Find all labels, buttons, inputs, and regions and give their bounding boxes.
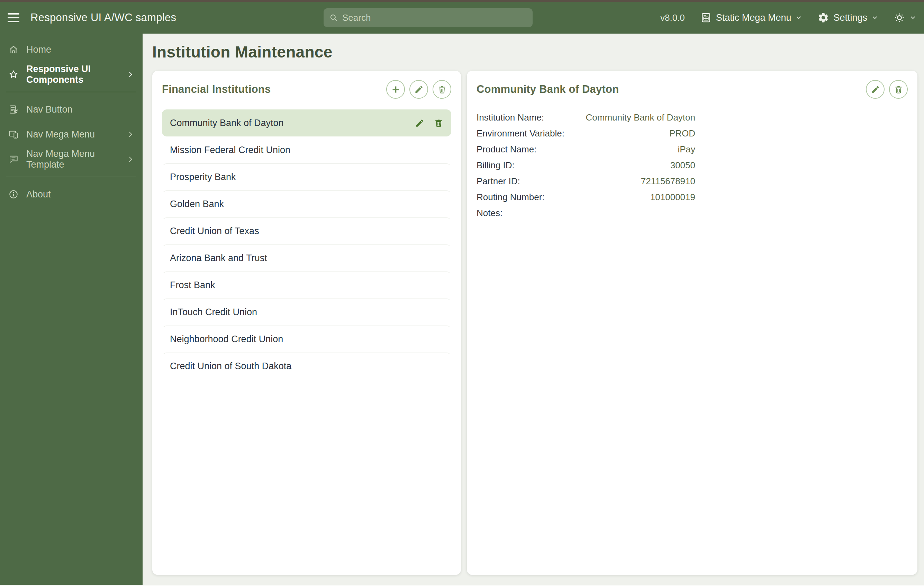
list-item[interactable]: Credit Union of Texas (162, 217, 451, 245)
institution-name: Golden Bank (170, 199, 224, 210)
delete-institution-button[interactable] (432, 80, 451, 99)
financial-institutions-card: Financial Institutions (152, 71, 461, 575)
add-institution-button[interactable] (386, 80, 405, 99)
field-row: Notes: (477, 205, 695, 221)
sidebar-item-label: Responsive UI Components (26, 64, 119, 85)
version-label: v8.0.0 (660, 12, 685, 23)
sidebar-item-label: Nav Button (26, 104, 73, 115)
theme-toggle-button[interactable] (894, 12, 916, 23)
list-item[interactable]: Prosperity Bank (162, 164, 451, 190)
sidebar-menu: Home (0, 37, 143, 207)
header-actions: v8.0.0 Static Mega Menu Settings (660, 12, 916, 23)
field-value: 72115678910 (641, 176, 695, 187)
sidebar-item[interactable]: Nav Mega Menu (0, 122, 143, 147)
search-input[interactable] (342, 12, 527, 23)
sidebar-item-label: Home (26, 44, 51, 55)
field-label: Product Name: (477, 144, 536, 155)
nav-mega-menu-template-icon (8, 154, 19, 164)
sidebar-item[interactable]: Home (0, 37, 143, 62)
chevron-right-icon (127, 156, 134, 163)
row-delete-button[interactable] (434, 118, 443, 128)
star-icon (8, 69, 19, 79)
sidebar-item[interactable]: Nav Button (0, 97, 143, 122)
sidebar-item-label: Nav Mega Menu (26, 129, 95, 140)
field-row: Product Name: iPay (477, 141, 695, 157)
institution-name: Community Bank of Dayton (170, 118, 284, 129)
row-edit-button[interactable] (415, 118, 424, 128)
sidebar-item (6, 92, 136, 92)
chevron-right-icon (127, 131, 134, 138)
field-label: Environment Variable: (477, 128, 564, 139)
sidebar: Home (0, 33, 143, 586)
chevron-down-icon (795, 14, 802, 21)
detail-card-title: Community Bank of Dayton (477, 83, 619, 96)
app-header: Responsive UI A/WC samples v8.0.0 Static… (0, 2, 924, 33)
pencil-icon (414, 85, 424, 94)
info-icon (8, 189, 19, 199)
sidebar-item-label: Nav Mega Menu Template (26, 149, 119, 170)
field-row: Billing ID: 30050 (477, 157, 695, 173)
mega-menu-label: Static Mega Menu (716, 12, 792, 23)
institution-name: Credit Union of Texas (170, 226, 259, 237)
main-content: Institution Maintenance Financial Instit… (143, 33, 924, 586)
sidebar-item[interactable]: Responsive UI Components (0, 62, 143, 87)
detail-fields: Institution Name: Community Bank of Dayt… (477, 109, 695, 221)
field-row: Partner ID: 72115678910 (477, 173, 695, 189)
field-value: PROD (669, 128, 695, 139)
list-item[interactable]: Golden Bank (162, 190, 451, 217)
list-item[interactable]: Neighborhood Credit Union (162, 326, 451, 353)
edit-institution-button[interactable] (409, 80, 428, 99)
list-item[interactable]: Credit Union of South Dakota (162, 353, 451, 379)
field-label: Institution Name: (477, 112, 544, 123)
field-row: Institution Name: Community Bank of Dayt… (477, 109, 695, 125)
search-box (323, 8, 533, 27)
list-item[interactable]: Frost Bank (162, 271, 451, 298)
trash-icon (437, 85, 447, 94)
institution-name: Prosperity Bank (170, 172, 236, 182)
mega-menu-icon (700, 12, 712, 23)
institution-name: Neighborhood Credit Union (170, 334, 283, 344)
list-card-title: Financial Institutions (162, 83, 271, 96)
delete-detail-button[interactable] (889, 80, 908, 99)
pencil-icon (415, 118, 424, 128)
chevron-down-icon (871, 14, 878, 21)
field-label: Routing Number: (477, 192, 545, 203)
sidebar-item (6, 177, 136, 177)
list-item[interactable]: Community Bank of Dayton (162, 109, 451, 136)
sidebar-item[interactable]: About (0, 182, 143, 207)
field-value: 30050 (670, 160, 695, 171)
settings-button[interactable]: Settings (817, 12, 878, 23)
search-icon (329, 13, 338, 22)
row-actions (415, 118, 443, 128)
list-card-actions (386, 80, 451, 99)
field-label: Partner ID: (477, 176, 520, 187)
home-icon (8, 44, 19, 55)
institution-name: Mission Federal Credit Union (170, 145, 290, 156)
field-value: 101000019 (650, 192, 695, 203)
institution-name: Credit Union of South Dakota (170, 361, 291, 372)
institution-list: Community Bank of Dayton (162, 109, 451, 379)
nav-button-icon (8, 104, 19, 115)
field-row: Routing Number: 101000019 (477, 189, 695, 205)
trash-icon (434, 118, 443, 128)
edit-detail-button[interactable] (866, 80, 884, 99)
field-label: Billing ID: (477, 160, 515, 171)
field-row: Environment Variable: PROD (477, 125, 695, 141)
nav-mega-menu-icon (8, 129, 19, 139)
list-item[interactable]: Arizona Bank and Trust (162, 245, 451, 271)
institution-name: Frost Bank (170, 280, 215, 291)
detail-card-actions (866, 80, 908, 99)
list-item[interactable]: Mission Federal Credit Union (162, 136, 451, 164)
sidebar-item[interactable]: Nav Mega Menu Template (0, 147, 143, 172)
institution-name: InTouch Credit Union (170, 307, 257, 318)
institution-name: Arizona Bank and Trust (170, 253, 267, 263)
pencil-icon (871, 85, 880, 94)
field-value: Community Bank of Dayton (586, 112, 695, 123)
sun-icon (894, 12, 905, 23)
list-item[interactable]: InTouch Credit Union (162, 298, 451, 326)
page-title: Institution Maintenance (152, 43, 917, 61)
field-value: iPay (678, 144, 695, 155)
menu-toggle-button[interactable] (8, 11, 23, 25)
static-mega-menu-button[interactable]: Static Mega Menu (700, 12, 802, 23)
plus-icon (391, 85, 400, 94)
